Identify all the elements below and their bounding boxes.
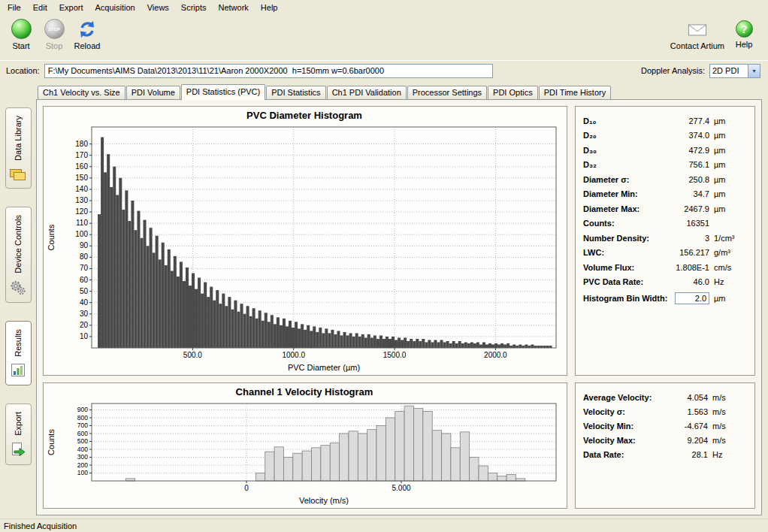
- stat-value: 3: [660, 234, 709, 243]
- help-glyph: ?: [741, 23, 748, 35]
- menu-item-edit[interactable]: Edit: [27, 2, 53, 14]
- menu-item-acquisition[interactable]: Acquisition: [89, 2, 141, 14]
- tab-pdi-statistics[interactable]: PDI Statistics: [266, 86, 325, 99]
- stat-row: D₁₀277.4µm: [583, 113, 747, 128]
- svg-text:700: 700: [77, 422, 88, 429]
- stat-row: Diameter σ:250.8µm: [583, 172, 747, 187]
- stat-label: D₂₀: [583, 131, 655, 140]
- start-label: Start: [12, 41, 29, 50]
- stat-unit: g/m³: [714, 248, 747, 257]
- bin-width-input[interactable]: [675, 292, 709, 304]
- sidebar-item-results[interactable]: Results: [5, 321, 32, 386]
- velocity-row: Channel 1 Velocity Histogram 10020030040…: [43, 382, 755, 509]
- tab-ch1-velocity-vs-size[interactable]: Ch1 Velocity vs. Size: [38, 86, 125, 99]
- stop-glyph: STOP: [48, 27, 60, 32]
- svg-text:PVC Diameter (µm): PVC Diameter (µm): [288, 363, 360, 372]
- stat-unit: m/s: [712, 393, 747, 402]
- start-icon: [11, 19, 32, 39]
- reload-label: Reload: [74, 41, 101, 50]
- svg-text:120: 120: [75, 207, 88, 216]
- stat-label: Number Density:: [583, 234, 655, 243]
- main-area: Data Library Device Controls Results: [0, 80, 768, 518]
- sidebar-item-export[interactable]: Export: [5, 404, 32, 465]
- svg-text:900: 900: [77, 406, 88, 413]
- velocity-chart-plot: 10020030040050060070080090005.000Velocit…: [45, 397, 564, 506]
- svg-text:Counts: Counts: [47, 429, 56, 455]
- svg-text:80: 80: [80, 252, 89, 261]
- stat-row: Counts:16351: [583, 216, 747, 231]
- stat-label: Data Rate:: [583, 450, 663, 459]
- menu-item-file[interactable]: File: [2, 2, 27, 14]
- folders-icon: [9, 167, 27, 183]
- tab-pdi-optics[interactable]: PDI Optics: [488, 86, 538, 99]
- location-label: Location:: [6, 66, 40, 75]
- sidebar-item-data-library[interactable]: Data Library: [5, 107, 32, 189]
- contact-artium-button[interactable]: Contact Artium: [667, 17, 727, 53]
- location-input[interactable]: [44, 64, 493, 78]
- tab-panel: PVC Diameter Histogram 10203040506070809…: [36, 99, 762, 515]
- menu-item-network[interactable]: Network: [212, 2, 254, 14]
- sidebar: Data Library Device Controls Results: [0, 82, 36, 515]
- pvc-diameter-histogram-chart: PVC Diameter Histogram 10203040506070809…: [43, 106, 567, 376]
- tab-ch1-pdi-validation[interactable]: Ch1 PDI Validation: [327, 86, 407, 99]
- stat-row: Velocity Max:9.204m/s: [583, 433, 747, 447]
- pvc-stats-panel: D₁₀277.4µm D₂₀374.0µm D₃₀472.9µm D₃₂756.…: [575, 106, 755, 376]
- svg-text:500.0: 500.0: [183, 351, 202, 359]
- stat-label: PVC Data Rate:: [583, 277, 655, 286]
- stat-label: Diameter Min:: [583, 189, 655, 198]
- stop-button[interactable]: STOP Stop: [38, 17, 71, 53]
- svg-text:40: 40: [80, 298, 89, 307]
- stat-value: 250.8: [660, 175, 709, 184]
- reload-button[interactable]: Reload: [71, 17, 104, 53]
- stat-unit: µm: [714, 131, 747, 140]
- stat-label: Diameter Max:: [583, 204, 655, 213]
- menu-item-export[interactable]: Export: [53, 2, 89, 14]
- stat-value: 1.563: [667, 407, 708, 416]
- stat-label: LWC:: [583, 248, 655, 257]
- stat-label: Diameter σ:: [583, 175, 655, 184]
- doppler-analysis-select[interactable]: 2D PDI ▾: [709, 64, 760, 78]
- sidebar-item-device-controls[interactable]: Device Controls: [5, 207, 32, 303]
- stat-unit: Hz: [712, 450, 747, 459]
- stat-row: Diameter Min:34.7µm: [583, 187, 747, 202]
- stat-label: Velocity σ:: [583, 407, 663, 416]
- tab-pdi-statistics-pvc[interactable]: PDI Statistics (PVC): [181, 84, 265, 100]
- stat-unit: µm: [714, 116, 747, 125]
- stat-row: Data Rate:28.1Hz: [583, 447, 747, 461]
- svg-text:1500.0: 1500.0: [383, 351, 407, 359]
- svg-text:130: 130: [75, 196, 88, 204]
- stat-label: Average Velocity:: [583, 393, 663, 402]
- svg-text:Velocity (m/s): Velocity (m/s): [299, 496, 349, 505]
- help-button[interactable]: ? Help: [727, 17, 760, 53]
- reload-icon: [77, 19, 98, 39]
- start-button[interactable]: Start: [5, 17, 38, 53]
- stat-unit: µm: [714, 160, 747, 169]
- tab-pdi-volume[interactable]: PDI Volume: [126, 86, 180, 99]
- stat-label: D₃₀: [583, 146, 655, 155]
- stat-label: Velocity Max:: [583, 436, 663, 445]
- toolbar: Start STOP Stop Reload Contact Artium: [0, 14, 768, 60]
- velocity-stats-panel: Average Velocity:4.054m/s Velocity σ:1.5…: [575, 382, 755, 509]
- stop-icon: STOP: [44, 19, 65, 39]
- svg-text:140: 140: [75, 185, 88, 193]
- stat-row: D₂₀374.0µm: [583, 128, 747, 144]
- stat-row: D₃₀472.9µm: [583, 143, 747, 158]
- tab-pdi-time-history[interactable]: PDI Time History: [539, 86, 612, 99]
- stat-unit: Hz: [714, 277, 747, 286]
- sidebar-item-label: Export: [14, 412, 23, 436]
- tab-strip: Ch1 Velocity vs. Size PDI Volume PDI Sta…: [36, 82, 762, 99]
- stat-unit: µm: [714, 175, 747, 184]
- stat-value: 1.808E-1: [660, 263, 709, 272]
- svg-text:500: 500: [77, 437, 88, 445]
- stat-value: 374.0: [660, 131, 709, 140]
- svg-text:Counts: Counts: [47, 224, 56, 250]
- menu-item-views[interactable]: Views: [141, 2, 175, 14]
- svg-text:30: 30: [80, 310, 89, 318]
- menu-item-scripts[interactable]: Scripts: [175, 2, 213, 14]
- svg-text:100: 100: [75, 230, 88, 238]
- menu-item-help[interactable]: Help: [255, 2, 284, 14]
- sidebar-item-label: Results: [14, 329, 23, 357]
- tab-processor-settings[interactable]: Processor Settings: [407, 86, 487, 99]
- help-icon: ?: [736, 20, 753, 38]
- chevron-down-icon[interactable]: ▾: [748, 65, 760, 77]
